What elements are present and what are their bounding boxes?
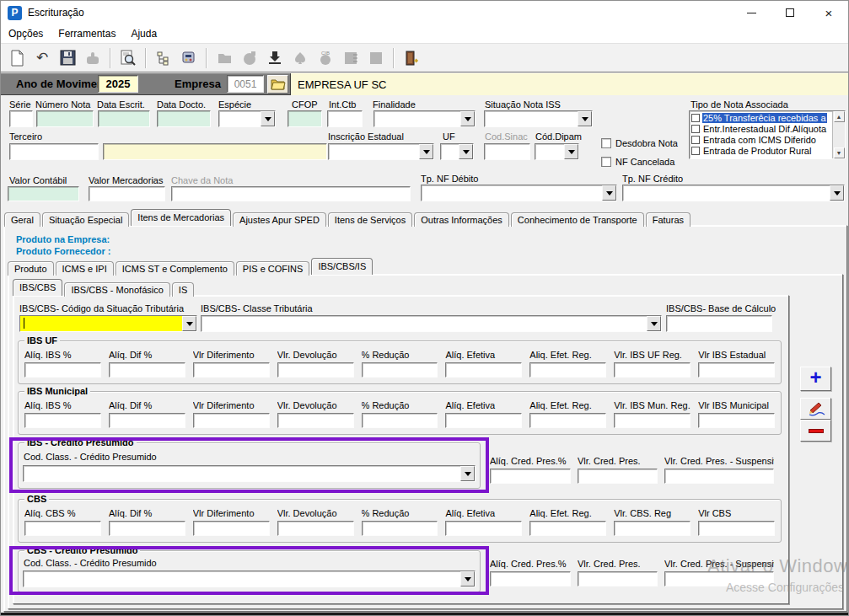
field-input[interactable] (277, 521, 354, 536)
menu-opcoes[interactable]: Opções (1, 25, 51, 42)
chevron-down-icon[interactable] (602, 185, 616, 201)
field-input[interactable] (362, 362, 438, 378)
numero-nota-input[interactable] (36, 110, 94, 127)
cod-sinac-input[interactable] (484, 143, 530, 160)
add-item-button[interactable]: + (800, 367, 831, 391)
chevron-down-icon[interactable] (460, 571, 475, 587)
field-input[interactable] (578, 469, 658, 484)
data-docto-input[interactable] (157, 110, 211, 127)
field-input[interactable] (193, 362, 270, 378)
ibs-tabs-1[interactable]: IBS/CBS - Monofásico (64, 282, 169, 297)
company-browse-icon[interactable] (177, 46, 201, 70)
main-tabs-1[interactable]: Situação Especial (42, 212, 129, 227)
checkbox[interactable] (691, 114, 700, 122)
main-tabs-2[interactable]: Itens de Mercadorias (131, 209, 231, 226)
field-input[interactable] (24, 413, 101, 428)
field-input[interactable] (277, 362, 354, 378)
field-input[interactable] (614, 362, 690, 378)
maximize-button[interactable] (771, 1, 809, 24)
field-input[interactable] (529, 521, 606, 536)
product-tabs-3[interactable]: PIS e COFINS (236, 261, 310, 276)
data-escrit-input[interactable] (98, 110, 150, 127)
main-tabs-7[interactable]: Faturas (646, 212, 690, 227)
new-document-icon[interactable] (5, 46, 29, 70)
chevron-down-icon[interactable] (564, 144, 578, 159)
valor-mercadorias-input[interactable] (89, 186, 165, 201)
nota-list-item[interactable]: Entr.Interestadual Dif.Alíquota (690, 123, 831, 134)
field-input[interactable] (698, 362, 775, 378)
product-tabs-2[interactable]: ICMS ST e Complemento (116, 261, 234, 276)
field-input[interactable] (24, 521, 101, 536)
checkbox[interactable] (691, 136, 700, 144)
field-input[interactable] (445, 413, 522, 428)
field-input[interactable] (664, 571, 774, 587)
open-folder-icon[interactable] (267, 75, 288, 94)
checkbox[interactable] (691, 125, 700, 133)
field-input[interactable] (614, 521, 690, 536)
field-input[interactable] (445, 362, 522, 378)
terceiro-name-input[interactable] (103, 143, 327, 160)
edit-item-button[interactable] (800, 398, 831, 420)
ibs-tabs-2[interactable]: IS (172, 282, 194, 297)
main-tabs-3[interactable]: Ajustes Apur SPED (233, 212, 326, 227)
tipo-nota-scrollbar[interactable]: ▲ ▼ (832, 111, 845, 158)
cfop-input[interactable] (287, 110, 322, 127)
serie-input[interactable] (9, 110, 33, 127)
tp-nf-credito-select[interactable] (622, 185, 845, 201)
nota-list-item[interactable]: Entrada de Produtor Rural (690, 145, 831, 156)
main-tabs-5[interactable]: Outras Informações (414, 212, 509, 227)
close-button[interactable]: × (809, 1, 848, 24)
field-input[interactable] (614, 413, 690, 428)
product-tabs-1[interactable]: ICMS e IPI (56, 261, 114, 276)
scroll-down-icon[interactable]: ▼ (834, 147, 845, 158)
main-tabs-6[interactable]: Conhecimento de Transporte (511, 212, 644, 227)
field-input[interactable] (529, 413, 606, 428)
tipo-nota-listbox[interactable]: 25% Transferêcia recebidas aEntr.Interes… (689, 110, 846, 159)
inscricao-estadual-select[interactable] (328, 143, 434, 160)
field-input[interactable] (109, 521, 185, 536)
tp-nf-debito-select[interactable] (421, 185, 617, 201)
product-tabs-4[interactable]: IBS/CBS/IS (311, 258, 373, 275)
uf-select[interactable] (440, 143, 474, 160)
nota-list-item[interactable]: Entrada com ICMS Diferido (690, 134, 831, 145)
int-ctb-input[interactable] (327, 110, 363, 127)
ibs-credito-select[interactable] (23, 465, 476, 482)
field-input[interactable] (193, 521, 270, 536)
field-input[interactable] (109, 362, 185, 378)
field-input[interactable] (362, 413, 438, 428)
field-input[interactable] (529, 362, 606, 378)
desdobra-nota-checkbox[interactable] (601, 138, 611, 148)
chevron-down-icon[interactable] (460, 466, 475, 481)
chevron-down-icon[interactable] (182, 316, 196, 331)
empresa-code-field[interactable] (227, 75, 264, 93)
exit-door-icon[interactable] (400, 46, 423, 70)
scroll-up-icon[interactable]: ▲ (834, 111, 845, 122)
field-input[interactable] (698, 521, 775, 536)
menu-ferramentas[interactable]: Ferramentas (51, 25, 123, 42)
tree-view-icon[interactable] (152, 46, 175, 70)
chevron-down-icon[interactable] (578, 111, 592, 126)
chevron-down-icon[interactable] (647, 316, 661, 331)
save-icon[interactable] (56, 46, 79, 70)
cst-select[interactable] (19, 315, 197, 332)
field-input[interactable] (490, 571, 571, 587)
minimize-button[interactable] (732, 1, 771, 24)
chave-da-nota-input[interactable] (171, 186, 411, 201)
field-input[interactable] (193, 413, 270, 428)
cbs-credito-select[interactable] (23, 570, 476, 587)
main-tabs-0[interactable]: Geral (4, 212, 40, 227)
import-down-icon[interactable] (263, 46, 287, 70)
chevron-down-icon[interactable] (261, 111, 275, 126)
nf-cancelada-checkbox[interactable] (601, 157, 611, 167)
situacao-nota-iss-select[interactable] (484, 110, 593, 127)
field-input[interactable] (698, 413, 775, 428)
field-input[interactable] (490, 469, 571, 484)
base-calculo-input[interactable] (666, 315, 772, 332)
main-tabs-4[interactable]: Itens de Serviços (328, 212, 412, 227)
menu-ajuda[interactable]: Ajuda (123, 25, 164, 42)
field-input[interactable] (24, 362, 101, 378)
field-input[interactable] (362, 521, 438, 536)
chevron-down-icon[interactable] (459, 144, 473, 159)
print-preview-icon[interactable] (116, 46, 140, 70)
nota-list-item[interactable]: 25% Transferêcia recebidas a (690, 112, 831, 123)
